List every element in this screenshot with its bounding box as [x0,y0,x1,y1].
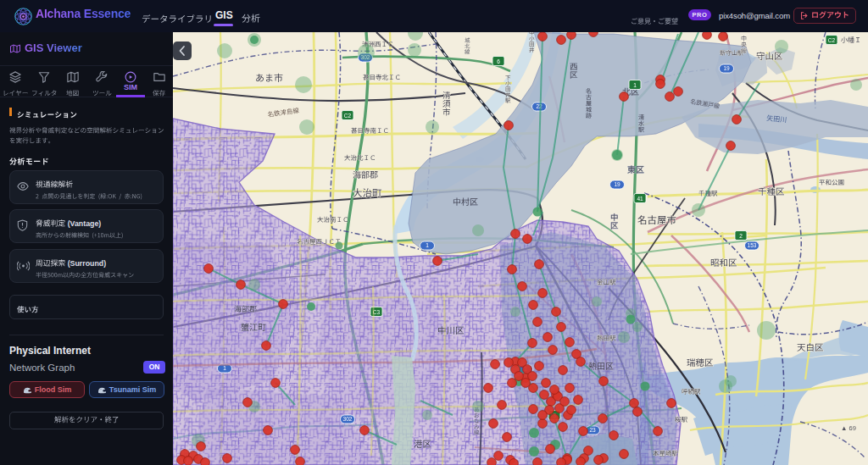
svg-text:1: 1 [223,365,226,371]
svg-text:22: 22 [536,103,542,109]
svg-text:19: 19 [614,181,620,187]
svg-text:302: 302 [343,416,353,422]
svg-text:6: 6 [497,58,500,64]
svg-text:▲ 69: ▲ 69 [841,424,856,432]
svg-text:23: 23 [589,427,596,433]
svg-text:1: 1 [426,242,429,248]
svg-text:2: 2 [739,233,743,239]
svg-text:C2: C2 [344,113,352,119]
svg-text:153: 153 [748,242,757,248]
svg-text:41: 41 [637,196,643,202]
svg-text:19: 19 [723,65,730,71]
svg-text:1: 1 [633,82,637,88]
svg-text:C2: C2 [828,37,836,43]
